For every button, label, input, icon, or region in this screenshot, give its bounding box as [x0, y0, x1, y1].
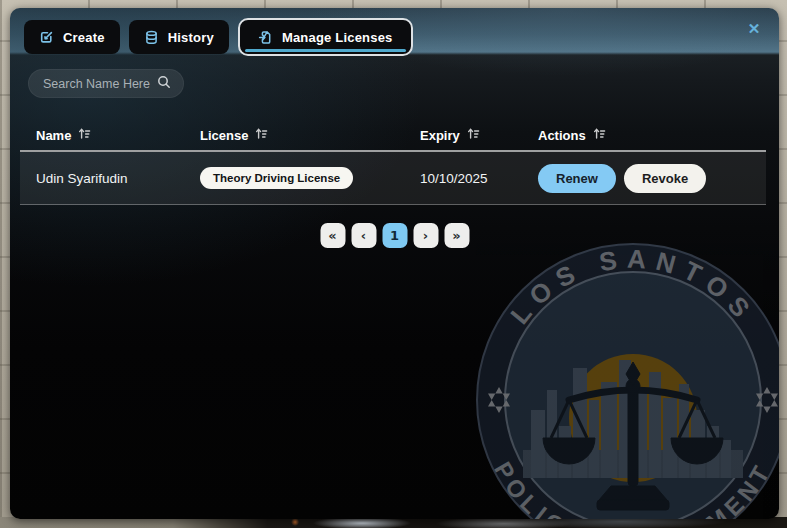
- pagination-page-1-button[interactable]: 1: [382, 223, 407, 248]
- edit-icon: [39, 30, 54, 45]
- search-input[interactable]: [43, 77, 153, 91]
- sort-icon: [255, 127, 268, 143]
- pagination-next-button[interactable]: ›: [413, 223, 438, 248]
- table-header-row: Name License Expiry: [20, 120, 766, 152]
- cell-expiry: 10/10/2025: [420, 171, 538, 186]
- column-header-name-label: Name: [36, 128, 71, 143]
- database-icon: [144, 30, 159, 45]
- tab-history[interactable]: History: [129, 20, 229, 54]
- cell-actions: Renew Revoke: [538, 164, 766, 193]
- column-header-license[interactable]: License: [200, 127, 420, 143]
- tab-manage-licenses[interactable]: Manage Licenses: [238, 18, 413, 56]
- sort-icon: [467, 127, 480, 143]
- column-header-name[interactable]: Name: [36, 127, 200, 143]
- cell-name: Udin Syarifudin: [36, 171, 200, 186]
- table-row: Udin Syarifudin Theory Driving License 1…: [20, 152, 766, 205]
- seal-arc-bottom-text: POLICE DEPARTMENT: [489, 457, 777, 519]
- seal-scales-of-justice: [543, 362, 723, 510]
- pagination: « ‹ 1 › »: [320, 223, 469, 248]
- pagination-prev-button[interactable]: ‹: [351, 223, 376, 248]
- tab-manage-licenses-label: Manage Licenses: [282, 30, 393, 45]
- file-import-icon: [258, 30, 273, 45]
- tab-create-label: Create: [63, 30, 105, 45]
- cell-license: Theory Driving License: [200, 167, 420, 189]
- license-manager-panel: LOS SANTOS POLICE DEPARTMENT Create: [10, 8, 779, 519]
- seal-skyline: [523, 360, 743, 478]
- svg-text:POLICE DEPARTMENT: POLICE DEPARTMENT: [489, 457, 777, 519]
- pagination-last-button[interactable]: »: [444, 223, 469, 248]
- column-header-license-label: License: [200, 128, 248, 143]
- svg-text:LOS SANTOS: LOS SANTOS: [504, 243, 761, 329]
- pagination-first-button[interactable]: «: [320, 223, 345, 248]
- seal-arc-top-text: LOS SANTOS: [504, 243, 761, 329]
- sort-icon: [593, 127, 606, 143]
- search-pill[interactable]: [28, 69, 184, 98]
- licenses-table: Name License Expiry: [20, 120, 766, 205]
- column-header-actions[interactable]: Actions: [538, 127, 766, 143]
- column-header-expiry-label: Expiry: [420, 128, 460, 143]
- column-header-actions-label: Actions: [538, 128, 586, 143]
- revoke-button[interactable]: Revoke: [624, 164, 706, 193]
- tab-history-label: History: [168, 30, 214, 45]
- tab-create[interactable]: Create: [24, 20, 120, 54]
- column-header-expiry[interactable]: Expiry: [420, 127, 538, 143]
- close-icon[interactable]: ✕: [744, 19, 764, 39]
- sort-icon: [78, 127, 91, 143]
- seal-stars: [488, 387, 778, 413]
- license-badge: Theory Driving License: [200, 167, 353, 189]
- search-icon: [157, 75, 171, 93]
- renew-button[interactable]: Renew: [538, 164, 616, 193]
- tab-bar: Create History Manage Licenses: [24, 18, 413, 56]
- lspd-seal-watermark: LOS SANTOS POLICE DEPARTMENT: [473, 240, 779, 519]
- seal-sun: [569, 354, 697, 482]
